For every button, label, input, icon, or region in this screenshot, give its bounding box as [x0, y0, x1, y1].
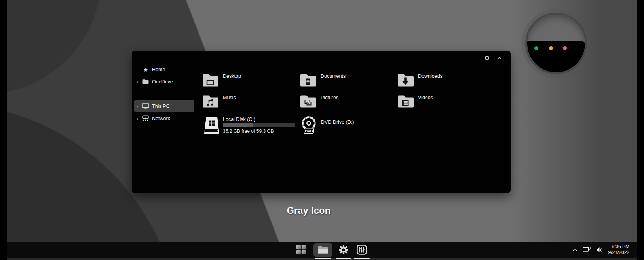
documents-folder-icon — [300, 72, 317, 87]
tray-date: 9/21/2022 — [608, 250, 629, 256]
downloads-folder-icon — [397, 72, 414, 87]
taskbar: 5:06 PM 9/21/2022 — [7, 242, 637, 258]
screen: Gray Icon — × ★ Home › — [0, 0, 644, 260]
minimize-button[interactable]: — — [468, 53, 481, 63]
sidebar-item-onedrive[interactable]: › OneDrive — [134, 76, 194, 87]
svg-text:DVD: DVD — [305, 129, 313, 133]
sidebar-item-home[interactable]: ★ Home — [134, 64, 194, 75]
maximize-button[interactable] — [481, 53, 493, 63]
desktop-folder-icon — [202, 72, 219, 87]
dvd-disc-icon: DVD — [300, 115, 318, 134]
drive-tile-dvd[interactable]: DVD DVD Drive (D:) — [300, 115, 354, 134]
theme-preview-magnifier — [525, 13, 587, 74]
running-indicator — [354, 258, 370, 259]
traffic-light-yellow-icon — [549, 46, 553, 50]
drive-tile-local-disk[interactable]: Local Disk (C:) 35.2 GB free of 59.3 GB — [203, 116, 295, 134]
volume-tray-button[interactable] — [596, 247, 603, 252]
disk-usage-bar — [223, 123, 295, 127]
folder-tile-documents[interactable]: Documents — [300, 72, 346, 87]
clock[interactable]: 5:06 PM 9/21/2022 — [608, 244, 629, 256]
minimize-icon: — — [472, 56, 477, 60]
sidebar-item-label: This PC — [152, 104, 169, 109]
running-indicator — [336, 258, 351, 259]
start-button[interactable] — [296, 242, 306, 258]
disk-free-text: 35.2 GB free of 59.3 GB — [223, 128, 295, 134]
wallpaper-watermark: Gray Icon — [277, 205, 340, 216]
drive-label: DVD Drive (D:) — [321, 119, 354, 125]
chevron-right-icon[interactable]: › — [135, 115, 140, 121]
mixer-taskbar-button[interactable] — [356, 242, 367, 258]
network-tray-button[interactable] — [583, 247, 591, 253]
maximize-icon — [485, 56, 489, 60]
tray-time: 5:06 PM — [608, 244, 629, 250]
chevron-up-icon — [572, 248, 578, 251]
file-explorer-icon — [317, 245, 329, 255]
sidebar-item-label: OneDrive — [152, 79, 173, 85]
chevron-right-icon[interactable]: › — [135, 103, 140, 109]
home-star-icon: ★ — [142, 66, 149, 73]
close-button[interactable]: × — [493, 53, 506, 63]
window-controls: — × — [468, 53, 506, 63]
sidebar-item-network[interactable]: › Network — [134, 113, 194, 124]
traffic-light-red-icon — [563, 46, 567, 50]
close-icon: × — [498, 55, 502, 61]
folder-tile-pictures[interactable]: Pictures — [300, 94, 338, 109]
tile-label: Pictures — [321, 95, 338, 100]
mixer-icon — [357, 245, 367, 255]
sidebar-item-label: Network — [152, 116, 170, 121]
settings-taskbar-button[interactable] — [338, 242, 349, 258]
sidebar-item-label: Home — [152, 67, 165, 72]
sidebar-item-this-pc[interactable]: › This PC — [134, 100, 194, 112]
hard-disk-icon — [203, 116, 220, 134]
tile-label: Music — [223, 95, 236, 100]
tile-label: Desktop — [223, 73, 241, 79]
gear-icon — [338, 245, 349, 255]
drive-label: Local Disk (C:) — [223, 117, 295, 122]
videos-folder-icon — [397, 94, 414, 109]
music-folder-icon — [202, 94, 219, 109]
network-icon — [142, 115, 149, 122]
folder-icon — [142, 79, 149, 85]
folder-tile-music[interactable]: Music — [202, 94, 236, 109]
traffic-light-green-icon — [534, 46, 538, 50]
disk-usage-fill — [223, 123, 253, 127]
monitor-icon — [142, 103, 149, 109]
ethernet-network-icon — [583, 247, 591, 253]
tile-label: Documents — [321, 73, 346, 79]
tray-overflow-button[interactable] — [572, 248, 578, 251]
drive-info: Local Disk (C:) 35.2 GB free of 59.3 GB — [223, 117, 295, 134]
windows-logo-icon — [296, 245, 306, 255]
pictures-folder-icon — [300, 94, 317, 109]
folder-tile-downloads[interactable]: Downloads — [397, 72, 443, 87]
running-indicator — [315, 258, 331, 259]
tile-label: Videos — [418, 95, 433, 100]
chevron-right-icon[interactable]: › — [135, 79, 140, 85]
taskbar-center-icons — [296, 242, 367, 258]
speaker-icon — [596, 247, 603, 252]
file-explorer-taskbar-button[interactable] — [313, 243, 332, 257]
tile-label: Downloads — [418, 73, 443, 79]
system-tray: 5:06 PM 9/21/2022 — [572, 242, 629, 258]
file-explorer-window: — × ★ Home › OneDrive › — [132, 51, 511, 193]
folder-tile-videos[interactable]: Videos — [397, 94, 433, 109]
sidebar-divider — [135, 94, 193, 94]
folder-tile-desktop[interactable]: Desktop — [202, 72, 241, 87]
